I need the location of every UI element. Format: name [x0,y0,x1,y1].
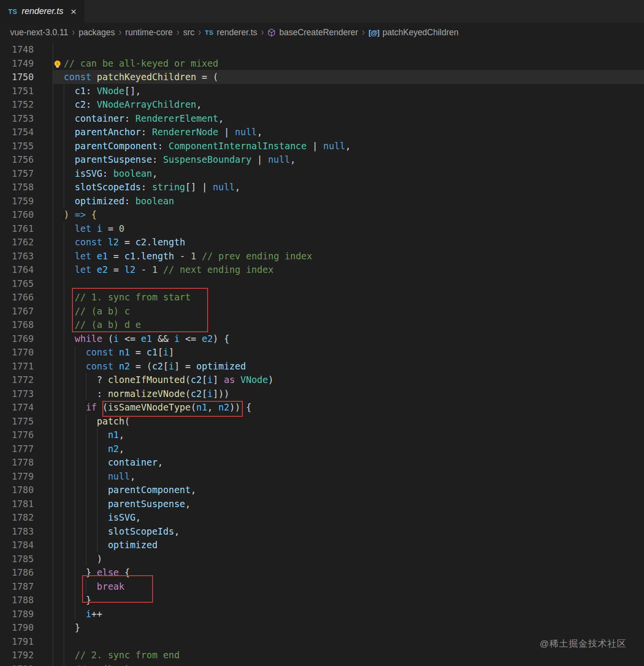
code-line[interactable]: 1748 [0,43,644,57]
code-token: , [174,526,180,537]
code-token: e2 [97,264,108,275]
code-line[interactable]: 1792// 2. sync from end [0,648,644,662]
code-line[interactable]: 1776n1, [0,428,644,442]
code-line[interactable]: 1784optimized [0,538,644,552]
indent-guide [64,621,64,635]
breadcrumb-item-vue-next-3.0.11[interactable]: vue-next-3.0.11 [10,28,68,38]
line-number: 1758 [0,180,34,194]
breadcrumb-label: renderer.ts [217,28,257,38]
code-line[interactable]: 1760) => { [0,208,644,222]
code-line[interactable]: 1780parentComponent, [0,483,644,497]
indent-guide [64,580,64,594]
code-line[interactable]: 1788} [0,593,644,607]
code-token: // 2. sync from end [75,650,180,660]
code-line[interactable]: 1763let e1 = c1.length - 1 // prev endin… [0,249,644,263]
breadcrumb-item-renderer.ts[interactable]: TSrenderer.ts [205,28,257,38]
breadcrumb-item-baseCreateRenderer[interactable]: baseCreateRenderer [267,28,358,38]
code-token: } [75,622,80,633]
code-line[interactable]: 1765 [0,277,644,291]
indent-guide [64,139,64,153]
indent-guide [64,524,64,538]
code-token: RendererNode [152,127,218,137]
code-line[interactable]: 1785) [0,552,644,566]
indent-guide [64,483,64,497]
code-line[interactable]: 1793// a (b c) [0,662,644,666]
code-token: ] [213,374,224,385]
breadcrumb-item-src[interactable]: src [183,28,194,38]
code-line[interactable]: 1752c2: VNodeArrayChildren, [0,98,644,112]
code-line[interactable]: 1786} else { [0,566,644,580]
code-line[interactable]: 1779null, [0,469,644,483]
code-line[interactable]: 1787break [0,580,644,594]
close-icon[interactable]: × [70,6,76,16]
code-token: // prev ending index [196,251,312,261]
indent-guide [53,167,53,181]
breadcrumb-item-patchKeyedChildren[interactable]: [@]patchKeyedChildren [369,28,459,38]
indent-guide [53,139,53,153]
code-token: null [108,471,130,482]
indent-guide [53,662,53,666]
code-line[interactable]: 1755parentComponent: ComponentInternalIn… [0,139,644,153]
code-line[interactable]: 1762const l2 = c2.length [0,235,644,249]
code-line[interactable]: 1749// can be all-keyed or mixed [0,57,644,71]
code-line[interactable]: 1769while (i <= e1 && i <= e2) { [0,332,644,346]
indent-guide [75,373,75,387]
code-token: => [75,209,86,220]
breadcrumb-item-packages[interactable]: packages [79,28,115,38]
code-line[interactable]: 1770const n1 = c1[i] [0,345,644,359]
code-line[interactable]: 1781parentSuspense, [0,497,644,511]
code-line[interactable]: 1767// (a b) c [0,304,644,318]
code-token: slotScopeIds [108,526,174,537]
code-line[interactable]: 1766// 1. sync from start [0,290,644,304]
indent-guide [86,387,86,401]
code-line[interactable]: 1751c1: VNode[], [0,84,644,98]
code-token: = [102,223,119,234]
code-line[interactable]: 1757isSVG: boolean, [0,167,644,181]
code-line[interactable]: 1777n2, [0,442,644,456]
code-line[interactable]: 1773: normalizeVNode(c2[i])) [0,387,644,401]
breadcrumb-item-runtime-core[interactable]: runtime-core [126,28,173,38]
code-token: , [130,471,135,482]
code-line[interactable]: 1772? cloneIfMounted(c2[i] as VNode) [0,373,644,387]
code-token: // a (b c) [75,664,130,666]
code-token: c2 [136,237,147,247]
indent-guide [64,566,64,580]
code-line[interactable]: 1783slotScopeIds, [0,524,644,538]
code-line[interactable]: 1753container: RendererElement, [0,112,644,126]
code-line[interactable]: 1774if (isSameVNodeType(n1, n2)) { [0,400,644,414]
lightbulb-icon[interactable] [54,59,61,68]
code-token: ? [97,374,108,385]
indent-guide [97,483,98,497]
code-line[interactable]: 1771const n2 = (c2[i] = optimized [0,359,644,373]
code-line[interactable]: 1778container, [0,455,644,469]
indent-guide [86,510,86,524]
code-token: : [157,141,168,151]
line-number: 1759 [0,194,34,208]
code-token: VNodeArrayChildren [97,99,196,110]
indent-guide [53,414,53,428]
code-area[interactable]: 17481749// can be all-keyed or mixed1750… [0,43,644,666]
code-token: null [268,154,290,165]
code-line[interactable]: 1754parentAnchor: RendererNode | null, [0,125,644,139]
code-token: boolean [136,196,174,206]
code-line[interactable]: 1756parentSuspense: SuspenseBoundary | n… [0,153,644,167]
code-line[interactable]: 1764let e2 = l2 - 1 // next ending index [0,263,644,277]
code-token: isSVG [75,168,102,179]
line-number: 1768 [0,318,34,332]
code-line[interactable]: 1759optimized: boolean [0,194,644,208]
code-line[interactable]: 1758slotScopeIds: string[] | null, [0,180,644,194]
code-line[interactable]: 1789i++ [0,607,644,621]
indent-guide [53,469,53,483]
indent-guide [86,538,86,552]
code-token: , [136,512,141,523]
code-token: ) { [213,333,229,344]
indent-guide [64,194,64,208]
code-line[interactable]: 1775patch( [0,414,644,428]
code-line[interactable]: 1768// (a b) d e [0,318,644,332]
tab-renderer-ts[interactable]: TS renderer.ts × [0,0,84,23]
code-line[interactable]: 1782isSVG, [0,510,644,524]
code-line[interactable]: 1761let i = 0 [0,222,644,236]
code-line[interactable]: 1790} [0,621,644,635]
code-token: 1 [191,251,196,261]
code-line[interactable]: 1750const patchKeyedChildren = ( [0,70,644,84]
